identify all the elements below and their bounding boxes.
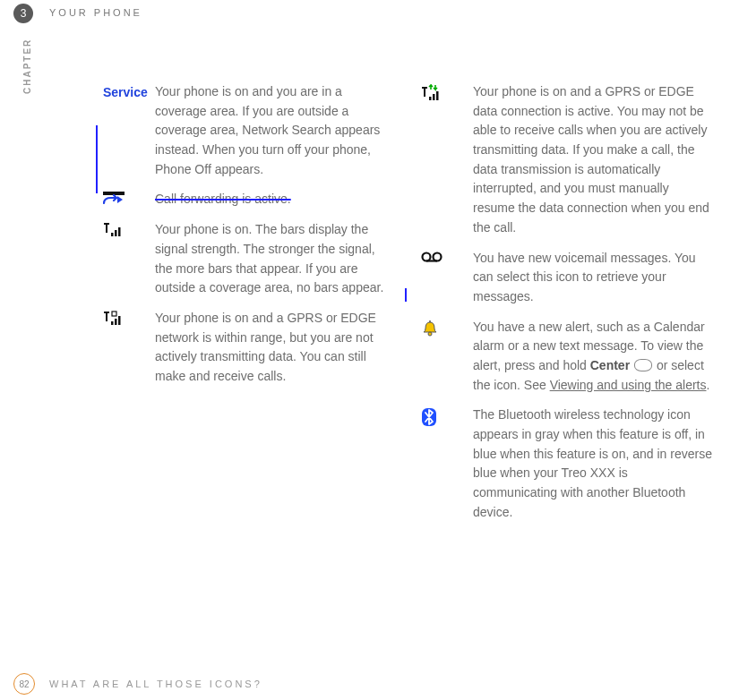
alert-description: You have a new alert, such as a Calendar…: [473, 318, 712, 396]
bluetooth-description: The Bluetooth wireless technology icon a…: [473, 405, 712, 522]
alert-center-label: Center: [590, 358, 630, 372]
entry-service: Service Your phone is on and you are in …: [103, 82, 394, 179]
service-description: Your phone is on and you are in a covera…: [155, 82, 394, 179]
gprs-range-description: Your phone is on and a GPRS or EDGE netw…: [155, 309, 394, 387]
svg-point-18: [434, 252, 442, 260]
svg-rect-16: [436, 91, 439, 100]
content-columns: Service Your phone is on and you are in …: [103, 82, 712, 533]
service-label-cell: Service: [103, 82, 155, 100]
chapter-number-badge: 3: [13, 4, 33, 23]
svg-rect-11: [112, 312, 116, 316]
call-forward-text: Call forwarding is active.: [155, 192, 291, 206]
voicemail-description: You have new voicemail messages. You can…: [473, 249, 712, 307]
signal-description: Your phone is on. The bars display the s…: [155, 220, 394, 298]
svg-point-20: [428, 332, 432, 336]
page-number-badge: 82: [13, 673, 35, 695]
entry-gprs-active: Your phone is on and a GPRS or EDGE data…: [421, 82, 712, 238]
entry-bluetooth: The Bluetooth wireless technology icon a…: [421, 405, 712, 522]
call-forward-description: Call forwarding is active.: [155, 190, 394, 209]
voicemail-icon: [421, 249, 473, 263]
svg-rect-8: [111, 321, 114, 325]
center-key-icon: [634, 359, 652, 371]
right-column: Your phone is on and a GPRS or EDGE data…: [421, 82, 712, 533]
entry-signal: Your phone is on. The bars display the s…: [103, 220, 394, 298]
gprs-active-icon: [421, 82, 473, 102]
svg-rect-9: [115, 319, 117, 325]
alert-bell-icon: [421, 318, 473, 337]
signal-icon: [103, 220, 155, 238]
svg-rect-3: [111, 233, 114, 236]
alert-text-post: .: [706, 378, 709, 392]
service-label: Service: [103, 85, 148, 99]
chapter-number: 3: [21, 7, 27, 20]
page-number: 82: [19, 679, 29, 689]
alert-link[interactable]: Viewing and using the alerts: [550, 378, 707, 392]
section-title: WHAT ARE ALL THOSE ICONS?: [49, 679, 262, 689]
svg-rect-15: [433, 94, 435, 100]
entry-gprs-range: Your phone is on and a GPRS or EDGE netw…: [103, 309, 394, 387]
svg-point-17: [423, 252, 431, 260]
svg-rect-4: [115, 230, 117, 236]
page: 3 YOUR PHONE CHAPTER Service Your phone …: [0, 0, 739, 700]
entry-alert: You have a new alert, such as a Calendar…: [421, 318, 712, 396]
left-column: Service Your phone is on and you are in …: [103, 82, 394, 533]
chapter-side-label: CHAPTER: [22, 38, 32, 94]
bluetooth-icon: [421, 405, 473, 427]
gprs-active-description: Your phone is on and a GPRS or EDGE data…: [473, 82, 712, 238]
entry-voicemail: You have new voicemail messages. You can…: [421, 249, 712, 307]
svg-rect-10: [118, 316, 121, 325]
gprs-range-icon: [103, 309, 155, 327]
revision-bar: [96, 125, 98, 193]
entry-call-forwarding: Call forwarding is active.: [103, 190, 394, 209]
chapter-title: YOUR PHONE: [49, 7, 142, 18]
svg-rect-14: [429, 97, 432, 100]
call-forward-icon: [103, 190, 155, 206]
svg-rect-5: [118, 227, 121, 236]
